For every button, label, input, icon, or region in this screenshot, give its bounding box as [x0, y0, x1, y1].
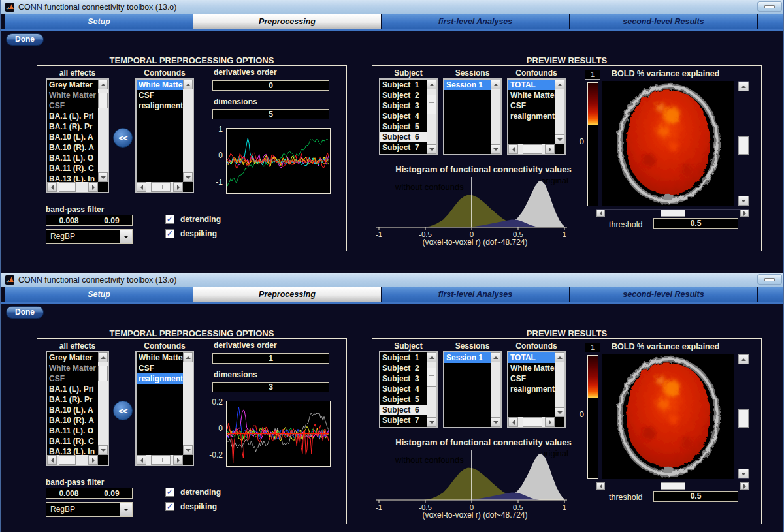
list-item[interactable]: BA.11 (R). C: [47, 163, 98, 174]
slider-up-button[interactable]: [738, 82, 749, 91]
tab-first-level-analyses[interactable]: first-level Analyses: [382, 287, 570, 302]
scroll-up-button[interactable]: [491, 80, 500, 89]
slider-down-button[interactable]: [738, 469, 749, 478]
list-item[interactable]: Subject 3: [380, 101, 427, 111]
dimensions-field[interactable]: 3: [212, 382, 329, 392]
scroll-down-button[interactable]: [98, 172, 108, 182]
scroll-down-button[interactable]: [491, 144, 500, 154]
scrollbar-thumb[interactable]: [59, 182, 76, 192]
scroll-down-button[interactable]: [98, 445, 108, 455]
scroll-up-button[interactable]: [427, 352, 436, 362]
all-effects-listbox[interactable]: Grey MatterWhite MatterCSFBA.1 (L). PriB…: [46, 351, 109, 466]
vertical-scrollbar[interactable]: [427, 80, 436, 154]
sessions-listbox[interactable]: Session 1: [443, 351, 502, 428]
list-item[interactable]: TOTAL: [508, 352, 555, 363]
list-item[interactable]: BA.13 (L). In: [47, 446, 98, 455]
minimize-button[interactable]: [757, 1, 782, 12]
minimize-button[interactable]: [757, 274, 782, 285]
horizontal-scrollbar[interactable]: [47, 182, 98, 192]
detrending-checkbox[interactable]: ✓: [165, 488, 174, 497]
vertical-scrollbar[interactable]: [427, 352, 436, 427]
derivatives-order-field[interactable]: 1: [212, 353, 329, 364]
window-titlebar[interactable]: CONN functional connectivity toolbox (13…: [1, 0, 784, 14]
list-item[interactable]: Subject 8: [380, 426, 427, 427]
slider-right-button[interactable]: [740, 210, 749, 217]
list-item[interactable]: CSF: [137, 363, 183, 373]
list-item[interactable]: BA.10 (L). A: [47, 405, 98, 415]
scrollbar-thumb[interactable]: [427, 95, 436, 114]
detrending-checkbox[interactable]: ✓: [165, 215, 174, 224]
list-item[interactable]: White Matter: [47, 363, 98, 373]
subject-listbox[interactable]: Subject 1Subject 2Subject 3Subject 4Subj…: [379, 78, 438, 155]
scroll-down-button[interactable]: [427, 417, 436, 427]
list-item[interactable]: BA.10 (R). A: [47, 415, 98, 426]
slider-hthumb[interactable]: [661, 210, 685, 217]
list-item[interactable]: Grey Matter: [47, 80, 98, 90]
list-item[interactable]: Subject 2: [380, 363, 427, 373]
list-item[interactable]: BA.10 (L). A: [47, 132, 98, 142]
brain-vertical-slider[interactable]: [738, 81, 749, 206]
list-item[interactable]: BA.1 (L). Pri: [47, 384, 98, 394]
horizontal-scrollbar[interactable]: [47, 455, 98, 465]
list-item[interactable]: realignment: [508, 111, 555, 121]
window-titlebar[interactable]: CONN functional connectivity toolbox (13…: [1, 273, 784, 287]
horizontal-scrollbar[interactable]: [137, 182, 183, 192]
preview-confounds-listbox[interactable]: TOTALWhite MatterCSFrealignment: [507, 351, 566, 428]
list-item[interactable]: Subject 2: [380, 90, 427, 101]
scrollbar-thumb[interactable]: [151, 182, 171, 192]
list-item[interactable]: Subject 1: [380, 80, 427, 90]
scroll-right-button[interactable]: [88, 182, 98, 192]
slider-left-button[interactable]: [596, 482, 605, 490]
slider-down-button[interactable]: [738, 196, 749, 206]
scrollbar-thumb[interactable]: [427, 368, 436, 387]
scroll-up-button[interactable]: [183, 80, 193, 89]
threshold-field[interactable]: 0.5: [653, 491, 738, 502]
move-to-confounds-button[interactable]: <<: [113, 128, 133, 148]
scroll-right-button[interactable]: [173, 455, 183, 465]
list-item[interactable]: Grey Matter: [47, 352, 98, 363]
scrollbar-thumb[interactable]: [98, 366, 108, 381]
list-item[interactable]: White Matter: [47, 90, 98, 101]
slider-up-button[interactable]: [738, 354, 749, 364]
list-item[interactable]: Session 1: [444, 80, 491, 90]
vertical-scrollbar[interactable]: [491, 80, 500, 154]
scroll-up-button[interactable]: [555, 80, 564, 89]
scroll-up-button[interactable]: [555, 352, 564, 362]
list-item[interactable]: BA.11 (R). C: [47, 436, 98, 446]
scroll-down-button[interactable]: [427, 144, 436, 154]
band-pass-filter-field[interactable]: 0.008 0.09: [46, 215, 133, 226]
vertical-scrollbar[interactable]: [183, 80, 193, 182]
scroll-left-button[interactable]: [47, 182, 57, 192]
scroll-right-button[interactable]: [545, 417, 555, 427]
dimensions-field[interactable]: 5: [212, 109, 329, 119]
list-item[interactable]: realignment: [137, 101, 183, 111]
slider-vthumb[interactable]: [738, 136, 749, 155]
vertical-scrollbar[interactable]: [98, 80, 108, 182]
list-item[interactable]: realignment: [137, 373, 183, 384]
list-item[interactable]: BA.1 (R). Pr: [47, 394, 98, 405]
vertical-scrollbar[interactable]: [555, 352, 564, 417]
derivatives-order-field[interactable]: 0: [212, 80, 329, 91]
list-item[interactable]: White Matter: [137, 352, 183, 363]
brain-horizontal-slider[interactable]: [596, 482, 749, 490]
select-dropdown-arrow[interactable]: [120, 503, 132, 516]
tab-preprocessing[interactable]: Preprocessing: [193, 287, 382, 302]
tab-second-level-results[interactable]: second-level Results: [570, 287, 758, 302]
scroll-down-button[interactable]: [555, 134, 564, 144]
list-item[interactable]: Subject 8: [380, 153, 427, 154]
scroll-up-button[interactable]: [98, 352, 108, 362]
horizontal-scrollbar[interactable]: [508, 417, 555, 427]
band-pass-filter-field[interactable]: 0.008 0.09: [46, 488, 133, 499]
scroll-left-button[interactable]: [508, 144, 518, 154]
list-item[interactable]: BA.11 (L). O: [47, 426, 98, 436]
list-item[interactable]: White Matter: [137, 80, 183, 90]
filter-type-select[interactable]: RegBP: [46, 502, 133, 517]
preview-confounds-listbox[interactable]: TOTALWhite MatterCSFrealignment: [507, 78, 566, 155]
list-item[interactable]: CSF: [508, 101, 555, 111]
confounds-listbox[interactable]: White MatterCSFrealignment: [135, 351, 194, 466]
done-button[interactable]: Done: [6, 33, 44, 46]
list-item[interactable]: Session 1: [444, 352, 491, 363]
horizontal-scrollbar[interactable]: [137, 455, 183, 465]
list-item[interactable]: Subject 4: [380, 111, 427, 121]
done-button[interactable]: Done: [6, 306, 44, 319]
